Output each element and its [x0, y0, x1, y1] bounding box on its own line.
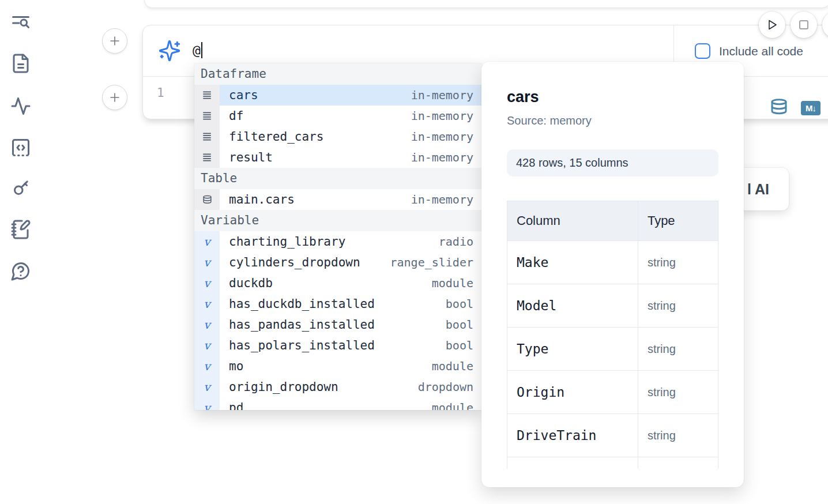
variable-icon: v	[194, 294, 220, 314]
completion-item-filtered_cars[interactable]: filtered_carsin-memory	[194, 126, 481, 147]
completion-item-result[interactable]: resultin-memory	[194, 147, 481, 168]
ai-prompt-value: @	[193, 43, 201, 58]
ai-prompt-input[interactable]: @	[193, 42, 202, 58]
list-search-icon[interactable]	[10, 13, 31, 33]
variable-icon: v	[194, 252, 220, 273]
preview-source: Source: memory	[507, 114, 718, 127]
completion-item-main.cars[interactable]: main.carsin-memory	[194, 189, 481, 210]
stop-cell-button[interactable]	[791, 12, 817, 38]
rows-icon	[194, 106, 220, 126]
completion-item-content: dfin-memory	[220, 106, 481, 126]
add-cell-above-button[interactable]	[102, 28, 127, 54]
completion-item-type: dropdown	[418, 380, 473, 394]
include-all-code-checkbox[interactable]	[695, 43, 710, 59]
markdown-badge-icon[interactable]: M↓	[801, 101, 821, 115]
completion-item-content: has_polars_installedbool	[220, 335, 481, 356]
completion-dropdown: Dataframecarsin-memorydfin-memoryfiltere…	[194, 63, 481, 410]
help-chat-icon[interactable]	[10, 261, 31, 281]
completion-item-has_duckdb_installed[interactable]: vhas_duckdb_installedbool	[194, 294, 481, 314]
rows-icon	[194, 126, 220, 147]
key-icon[interactable]	[10, 178, 31, 198]
completion-item-name: pd	[229, 401, 243, 410]
completion-item-type: module	[432, 401, 473, 410]
completion-item-content: resultin-memory	[220, 147, 481, 168]
activity-icon[interactable]	[10, 96, 31, 116]
code-snippets-icon[interactable]	[10, 137, 31, 158]
plus-icon	[109, 35, 121, 47]
schema-row: Makestring	[507, 241, 718, 284]
completion-item-content: main.carsin-memory	[220, 189, 481, 210]
completion-item-type: range_slider	[390, 255, 474, 269]
preview-title: cars	[507, 88, 718, 106]
completion-section-header: Dataframe	[194, 63, 481, 85]
notebook-app: @ Include all code 1 M↓ Dataframecarsin-…	[0, 0, 828, 504]
completion-list: Dataframecarsin-memorydfin-memoryfiltere…	[194, 63, 481, 410]
variable-icon: v	[194, 335, 220, 356]
schema-column-name	[507, 457, 638, 469]
schema-row	[507, 457, 718, 469]
completion-item-type: bool	[446, 318, 473, 332]
completion-item-duckdb[interactable]: vduckdbmodule	[194, 273, 481, 294]
completion-item-has_polars_installed[interactable]: vhas_polars_installedbool	[194, 335, 481, 356]
run-cell-button[interactable]	[759, 12, 785, 38]
completion-item-cylinders_dropdown[interactable]: vcylinders_dropdownrange_slider	[194, 252, 481, 273]
completion-item-name: has_duckdb_installed	[229, 297, 375, 311]
variable-icon: v	[204, 338, 210, 352]
rows-icon	[194, 147, 220, 168]
completion-item-origin_dropdown[interactable]: vorigin_dropdowndropdown	[194, 377, 481, 397]
completion-item-type: in-memory	[411, 151, 473, 164]
completion-item-type: in-memory	[411, 130, 473, 144]
completion-item-name: has_pandas_installed	[229, 318, 375, 332]
schema-column-type	[638, 457, 718, 469]
completion-item-pd[interactable]: vpdmodule	[194, 397, 481, 410]
completion-item-cars[interactable]: carsin-memory	[194, 85, 481, 106]
completion-item-name: cylinders_dropdown	[229, 255, 360, 269]
completion-item-df[interactable]: dfin-memory	[194, 106, 481, 126]
completion-item-content: has_duckdb_installedbool	[220, 294, 481, 314]
notebook-pen-icon[interactable]	[10, 219, 31, 240]
preview-summary-badge: 428 rows, 15 columns	[507, 149, 718, 176]
schema-column-name: Make	[507, 241, 638, 284]
plus-icon	[109, 92, 121, 103]
completion-item-content: duckdbmodule	[220, 273, 481, 294]
completion-item-content: pdmodule	[220, 397, 481, 410]
type-header: Type	[638, 201, 718, 241]
file-text-icon[interactable]	[10, 53, 31, 74]
completion-item-charting_library[interactable]: vcharting_libraryradio	[194, 231, 481, 252]
completion-item-type: bool	[446, 297, 473, 311]
completion-section-header: Variable	[194, 210, 481, 231]
schema-row: Modelstring	[507, 284, 718, 328]
schema-column-type: string	[638, 328, 718, 371]
preview-table-wrap: Column Type MakestringModelstringTypestr…	[507, 201, 718, 469]
completion-item-has_pandas_installed[interactable]: vhas_pandas_installedbool	[194, 314, 481, 335]
variable-icon: v	[194, 377, 220, 397]
variable-icon: v	[204, 276, 210, 290]
completion-item-name: cars	[229, 88, 258, 102]
variable-icon: v	[204, 235, 210, 249]
schema-column-name: DriveTrain	[507, 414, 638, 457]
schema-row: DriveTrainstring	[507, 414, 718, 457]
completion-item-type: in-memory	[411, 88, 473, 102]
completion-item-content: carsin-memory	[220, 85, 481, 106]
schema-column-type: string	[638, 284, 718, 328]
schema-column-name: Model	[507, 284, 638, 328]
sparkles-icon	[158, 39, 181, 62]
completion-item-type: module	[432, 359, 473, 373]
database-icon[interactable]	[770, 98, 788, 116]
variable-icon: v	[204, 318, 210, 332]
completion-item-content: charting_libraryradio	[220, 231, 481, 252]
schema-column-name: Origin	[507, 371, 638, 414]
add-cell-below-button[interactable]	[102, 85, 127, 110]
database-icon	[194, 189, 220, 210]
completion-item-mo[interactable]: vmomodule	[194, 356, 481, 377]
variable-icon: v	[194, 397, 220, 410]
rows-icon	[194, 85, 220, 106]
previous-cell-edge	[144, 0, 828, 8]
completion-item-type: in-memory	[411, 193, 473, 206]
variable-icon: v	[194, 273, 220, 294]
completion-item-content: origin_dropdowndropdown	[220, 377, 481, 397]
include-all-code-label: Include all code	[719, 44, 803, 58]
line-number: 1	[157, 86, 164, 100]
schema-column-type: string	[638, 241, 718, 284]
variable-icon: v	[204, 401, 210, 410]
